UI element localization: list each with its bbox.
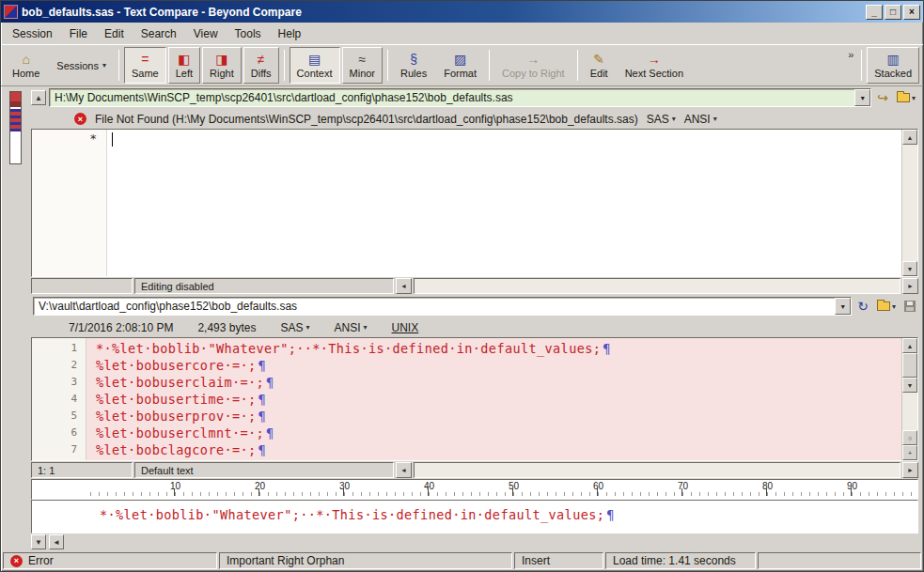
menu-help[interactable]: Help <box>271 25 309 42</box>
code-line[interactable]: *·%let·boblib·"Whatever";··*·This·is·def… <box>96 340 901 357</box>
toolbar: ⌂ Home Sessions ▾ = Same ◧ Left ◨ Right … <box>1 44 923 86</box>
code-line[interactable]: %let·bobusercore·=·;¶ <box>96 357 901 374</box>
line-ending-link[interactable]: UNIX <box>392 321 419 334</box>
next-section-icon: → <box>648 53 661 67</box>
scroll-up-button[interactable]: ▲ <box>902 338 917 353</box>
minor-button[interactable]: ≈ Minor <box>342 47 384 84</box>
right-vertical-scrollbar[interactable]: ▲ ▼ ○ + <box>901 338 917 460</box>
browse-file-button[interactable]: ▾ <box>894 88 918 107</box>
menu-view[interactable]: View <box>186 25 226 42</box>
left-path-input[interactable]: H:\My Documents\WinSCP_temp\scp26401\src… <box>50 91 854 104</box>
toolbar-separator <box>861 50 862 81</box>
scroll-down-button[interactable]: ▼ <box>902 378 917 393</box>
sessions-label: Sessions <box>56 60 99 71</box>
code-line[interactable]: %let·bobclagcore·=·;¶ <box>96 441 901 458</box>
horizontal-scrollbar-track[interactable] <box>414 462 901 478</box>
copy-to-right-label: Copy to Right <box>502 68 565 79</box>
right-path-dropdown-button[interactable]: ▼ <box>835 298 851 315</box>
scroll-right-button[interactable]: ► <box>902 278 918 294</box>
minimize-button[interactable]: _ <box>866 5 883 20</box>
menu-file[interactable]: File <box>62 25 95 42</box>
scroll-left-button[interactable]: ◄ <box>396 462 412 478</box>
status-bar: × Error Important Right Orphan Insert Lo… <box>1 550 923 571</box>
format-label: Format <box>444 68 477 79</box>
dropdown-icon: ▼ <box>859 95 866 101</box>
show-same-button[interactable]: = Same <box>124 47 166 84</box>
context-button[interactable]: ▤ Context <box>290 47 340 84</box>
up-arrow-icon: ▲ <box>907 134 914 141</box>
menu-tools[interactable]: Tools <box>227 25 269 42</box>
left-status-panel: Editing disabled <box>134 278 394 294</box>
next-section-button[interactable]: → Next Section <box>618 47 691 84</box>
browse-file-button[interactable]: ▾ <box>874 297 899 316</box>
rules-label: Rules <box>400 68 427 79</box>
home-button[interactable]: ⌂ Home <box>5 47 47 84</box>
show-left-button[interactable]: ◧ Left <box>168 47 200 84</box>
ruler-cell: 80 <box>682 480 767 499</box>
refresh-button[interactable]: ↻ <box>854 297 871 316</box>
sessions-button[interactable]: Sessions ▾ <box>49 47 114 84</box>
eol-mark: ¶ <box>257 392 266 407</box>
save-button <box>901 297 918 316</box>
scroll-down-button[interactable]: ▼ <box>902 261 917 276</box>
insert-mode-text: Insert <box>522 554 550 567</box>
column-ruler: 10 20 30 40 50 60 70 80 90 10 <box>31 479 918 500</box>
right-format-dropdown[interactable]: SAS ▾ <box>280 321 309 334</box>
app-icon[interactable] <box>4 5 18 19</box>
edit-button[interactable]: ✎ Edit <box>583 47 616 84</box>
center-current-button[interactable]: ○ <box>902 430 917 445</box>
expand-sections-button[interactable]: + <box>902 445 917 460</box>
scroll-up-button[interactable]: ▲ <box>31 90 46 105</box>
left-code-area[interactable] <box>107 130 901 276</box>
scroll-left-button[interactable]: ◄ <box>49 534 64 549</box>
jump-to-file-button[interactable]: ↪ <box>874 88 891 107</box>
menu-session[interactable]: Session <box>5 25 60 42</box>
format-button[interactable]: ▨ Format <box>436 47 484 84</box>
left-path-dropdown-button[interactable]: ▼ <box>854 89 870 106</box>
left-encoding-dropdown[interactable]: ANSI ▾ <box>684 113 717 126</box>
left-vertical-scrollbar[interactable]: ▲ ▼ <box>901 130 917 276</box>
title-bar[interactable]: bob_defaults.sas - Text Compare - Beyond… <box>1 1 923 23</box>
diff-map[interactable] <box>9 91 22 164</box>
eol-mark: ¶ <box>257 358 266 373</box>
diffs-label: Diffs <box>251 68 272 79</box>
scroll-right-button[interactable]: ► <box>902 462 918 478</box>
diffs-icon: ≠ <box>258 53 265 67</box>
scroll-left-button[interactable]: ◄ <box>396 278 412 294</box>
right-code-area[interactable]: *·%let·boblib·"Whatever";··*·This·is·def… <box>86 338 901 460</box>
minor-label: Minor <box>350 68 376 79</box>
scrollbar-thumb[interactable] <box>902 353 917 378</box>
rules-button[interactable]: § Rules <box>393 47 434 84</box>
scroll-down-button[interactable]: ▼ <box>31 534 46 549</box>
scroll-up-button[interactable]: ▲ <box>902 130 917 145</box>
line-number-gutter: 1 2 3 4 5 6 7 <box>32 338 86 460</box>
cursor-position-panel: 1: 1 <box>31 462 133 478</box>
window-controls: _ □ × <box>866 5 920 20</box>
detail-scroll-row: ▼ ◄ <box>29 533 918 550</box>
right-encoding-dropdown[interactable]: ANSI ▾ <box>335 321 368 334</box>
show-diffs-button[interactable]: ≠ Diffs <box>243 47 279 84</box>
copy-to-right-icon: → <box>526 53 540 67</box>
menu-edit[interactable]: Edit <box>97 25 132 42</box>
left-format-dropdown[interactable]: SAS ▾ <box>647 113 676 126</box>
toolbar-separator <box>284 50 285 81</box>
horizontal-scrollbar-track[interactable] <box>414 278 901 294</box>
show-right-button[interactable]: ◨ Right <box>202 47 242 84</box>
error-icon: × <box>10 555 23 567</box>
menu-search[interactable]: Search <box>133 25 184 42</box>
right-path-input[interactable]: V:\vault\dartload_config\phase152\bob_de… <box>34 300 835 313</box>
status-insert-mode-panel: Insert <box>514 552 603 569</box>
right-orphans-icon: ◨ <box>215 53 227 67</box>
code-line[interactable]: %let·bobuserclaim·=·;¶ <box>96 374 901 391</box>
ruler-cell: 30 <box>259 480 344 499</box>
toolbar-overflow-button[interactable]: » <box>845 47 856 62</box>
stacked-view-button[interactable]: ▥ Stacked <box>867 47 919 84</box>
code-line[interactable]: %let·bobuserprov·=·;¶ <box>96 408 901 425</box>
maximize-button[interactable]: □ <box>885 5 901 20</box>
toolbar-separator <box>577 50 578 81</box>
close-button[interactable]: × <box>903 5 920 20</box>
line-number: 1 <box>32 340 77 357</box>
code-line[interactable]: %let·bobuserclmnt·=·;¶ <box>96 425 901 441</box>
line-detail-pane[interactable]: *·%let·boblib·"Whatever";··*·This·is·def… <box>31 500 918 533</box>
code-line[interactable]: %let·bobusertime·=·;¶ <box>96 391 901 408</box>
